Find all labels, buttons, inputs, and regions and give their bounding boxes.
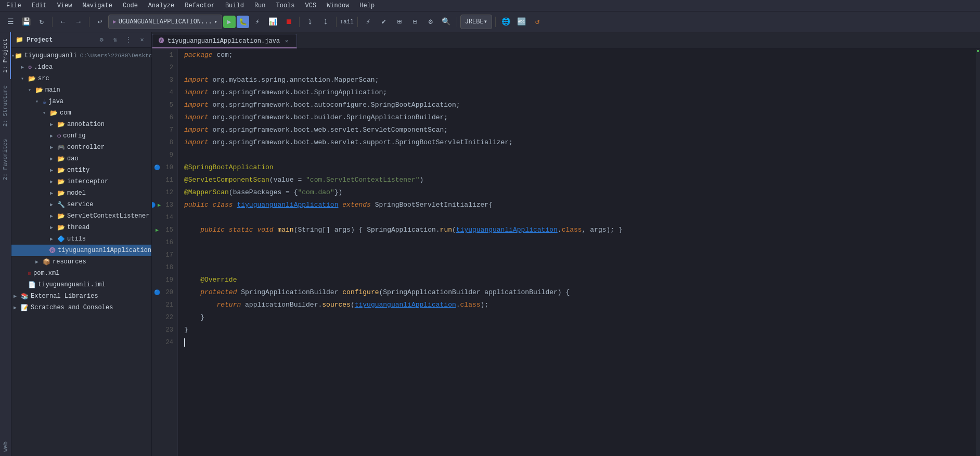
- gutter-icon-15[interactable]: ▶: [153, 226, 161, 234]
- panel-sort-icon[interactable]: ⇅: [110, 35, 120, 45]
- line-numbers: 1 2 3 4 5 6: [152, 49, 177, 456]
- run-button[interactable]: ▶: [223, 16, 236, 28]
- menu-window[interactable]: Window: [325, 1, 351, 10]
- line-18: 18: [152, 261, 177, 274]
- toolbar-forward[interactable]: →: [71, 15, 86, 29]
- tree-com[interactable]: ▾ 📂 com: [11, 107, 151, 119]
- tree-entity[interactable]: ▶ 📂 entity: [11, 164, 151, 176]
- tree-root[interactable]: ▾ 📁 tiyuguanguanli C:\Users\22680\Deskto…: [11, 50, 151, 61]
- line-22: 22: [152, 311, 177, 324]
- menu-help[interactable]: Help: [357, 1, 377, 10]
- toolbar-tail[interactable]: Tail: [340, 15, 354, 29]
- ext-libs-label: External Libraries: [31, 293, 98, 300]
- tree-service[interactable]: ▶ 🔧 service: [11, 199, 151, 210]
- toolbar-save[interactable]: 💾: [19, 15, 33, 29]
- tree-src[interactable]: ▾ 📂 src: [11, 73, 151, 84]
- menu-build[interactable]: Build: [223, 1, 246, 10]
- menu-run[interactable]: Run: [252, 1, 268, 10]
- toolbar-sep2: [89, 17, 89, 27]
- tree-annotation[interactable]: ▶ 📂 annotation: [11, 119, 151, 130]
- tab-web[interactable]: Web: [1, 437, 10, 456]
- tree-resources[interactable]: ▶ 📦 resources: [11, 256, 151, 268]
- tab-close-button[interactable]: ✕: [283, 37, 290, 45]
- tree-thread[interactable]: ▶ 📂 thread: [11, 222, 151, 233]
- code-line-20: protected SpringApplicationBuilder confi…: [184, 286, 970, 299]
- run-config-dropdown[interactable]: ▶ UGUANGUANLIAPPLICATION... ▾: [108, 15, 222, 29]
- tree-servlet[interactable]: ▶ 📂 ServletContextListener: [11, 210, 151, 222]
- tab-favorites[interactable]: 2: Favorites: [1, 133, 11, 186]
- project-panel: 📁 Project ⚙ ⇅ ⋮ ✕ ▾ 📁 tiyuguanguanli C:\…: [11, 32, 152, 456]
- editor-tab-main[interactable]: 🅐 tiyuguanguanliApplication.java ✕: [152, 34, 297, 48]
- menu-edit[interactable]: Edit: [30, 1, 49, 10]
- gutter-icon-20: 🔵: [153, 289, 161, 296]
- tree-pom[interactable]: m pom.xml: [11, 268, 151, 279]
- panel-settings-icon[interactable]: ⚙: [96, 35, 107, 45]
- tree-config[interactable]: ▶ ⚙ config: [11, 130, 151, 142]
- tree-ext-libs[interactable]: ▶ 📚 External Libraries: [11, 290, 151, 302]
- gutter-icon-13b[interactable]: ▶: [158, 201, 161, 209]
- tab-structure[interactable]: 2: Structure: [1, 79, 11, 133]
- menu-view[interactable]: View: [55, 1, 74, 10]
- toolbar-undo[interactable]: ↩: [93, 15, 107, 29]
- code-line-4: import org.springframework.boot.SpringAp…: [184, 86, 970, 99]
- menu-file[interactable]: File: [4, 1, 23, 10]
- line-21: 21: [152, 299, 177, 311]
- line-8: 8: [152, 136, 177, 149]
- tree-main[interactable]: ▾ 📂 main: [11, 84, 151, 96]
- toolbar-profiler[interactable]: 📊: [266, 15, 280, 29]
- code-line-11: @ServletComponentScan(value = "com.Servl…: [184, 174, 970, 186]
- menu-vcs[interactable]: VCS: [303, 1, 319, 10]
- tree-interceptor[interactable]: ▶ 📂 interceptor: [11, 176, 151, 187]
- panel-gear-icon[interactable]: ⋮: [123, 35, 134, 45]
- toolbar-stop[interactable]: ⏹: [281, 15, 296, 29]
- tree-iml[interactable]: 📄 tiyuguanguanli.iml: [11, 279, 151, 290]
- code-line-10: @SpringBootApplication: [184, 161, 970, 174]
- tree-scratches[interactable]: ▶ 📝 Scratches and Consoles: [11, 302, 151, 313]
- toolbar-translate2[interactable]: 🔤: [514, 15, 529, 29]
- toolbar-step-into[interactable]: ⤵: [318, 15, 333, 29]
- panel-header: 📁 Project ⚙ ⇅ ⋮ ✕: [11, 32, 151, 48]
- toolbar: ☰ 💾 ↻ ← → ↩ ▶ UGUANGUANLIAPPLICATION... …: [0, 11, 980, 32]
- code-line-17: [184, 249, 970, 261]
- toolbar-inspect[interactable]: 🔍: [439, 15, 454, 29]
- menu-refactor[interactable]: Refactor: [183, 1, 217, 10]
- line-17: 17: [152, 249, 177, 261]
- tree-java[interactable]: ▾ ☕ java: [11, 96, 151, 107]
- tree-main-class[interactable]: 🅐 tiyuguanguanliApplication: [11, 245, 151, 256]
- code-content[interactable]: package com; import org.mybatis.spring.a…: [178, 49, 976, 456]
- tree-idea[interactable]: ▶ ⚙ .idea: [11, 61, 151, 73]
- tree-utils[interactable]: ▶ 🔷 utils: [11, 233, 151, 245]
- annotation-label: annotation: [67, 121, 105, 128]
- menu-code[interactable]: Code: [121, 1, 140, 10]
- debug-button[interactable]: 🐛: [237, 16, 249, 28]
- toolbar-sync[interactable]: ↻: [34, 15, 49, 29]
- tree-model[interactable]: ▶ 📂 model: [11, 187, 151, 199]
- root-path: C:\Users\22680\Desktop\newjoob\tiyuguang…: [80, 53, 151, 59]
- toolbar-power[interactable]: ⚡: [361, 15, 376, 29]
- line-9: 9: [152, 149, 177, 161]
- toolbar-check[interactable]: ✔: [377, 15, 391, 29]
- tab-project[interactable]: 1: Project: [1, 32, 11, 79]
- toolbar-step-over[interactable]: ⤵: [303, 15, 317, 29]
- toolbar-settings2[interactable]: ⚙: [423, 15, 438, 29]
- panel-close-icon[interactable]: ✕: [137, 35, 147, 45]
- gutter-icon-13a: 🔵: [152, 201, 156, 209]
- toolbar-coverage[interactable]: ⚡: [250, 15, 265, 29]
- menu-analyze[interactable]: Analyze: [146, 1, 176, 10]
- menu-navigate[interactable]: Navigate: [80, 1, 114, 10]
- toolbar-group1[interactable]: ⊞: [392, 15, 407, 29]
- toolbar-group2[interactable]: ⊟: [408, 15, 422, 29]
- jre-dropdown[interactable]: JREBE▾: [460, 15, 492, 29]
- tree-dao[interactable]: ▶ 📂 dao: [11, 153, 151, 164]
- line-20: 🔵 20: [152, 286, 177, 299]
- toolbar-sep4: [336, 17, 337, 27]
- toolbar-translate[interactable]: 🌐: [499, 15, 513, 29]
- toolbar-back[interactable]: ←: [56, 15, 70, 29]
- toolbar-reload[interactable]: ↺: [530, 15, 545, 29]
- line-4: 4: [152, 86, 177, 99]
- code-line-15: public static void main(String[] args) {…: [184, 224, 970, 236]
- toolbar-hamburger[interactable]: ☰: [3, 15, 18, 29]
- tree-controller[interactable]: ▶ 🎮 controller: [11, 142, 151, 153]
- code-line-1: package com;: [184, 49, 970, 61]
- menu-tools[interactable]: Tools: [274, 1, 297, 10]
